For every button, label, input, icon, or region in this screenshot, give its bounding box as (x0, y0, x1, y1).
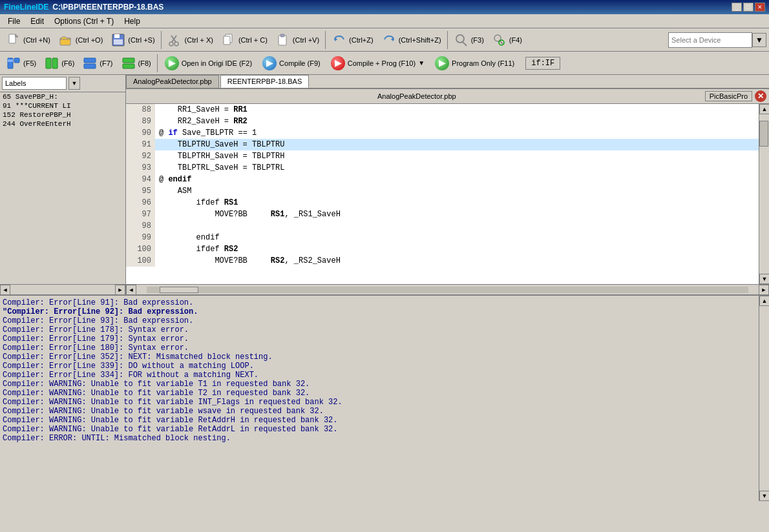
list-item[interactable]: 91 ***CURRENT LI (0, 101, 125, 110)
close-button[interactable]: ✕ (755, 3, 765, 12)
device-dropdown-button[interactable]: ▼ (752, 33, 766, 47)
undo-button[interactable]: (Ctrl+Z) (328, 30, 377, 50)
list-item: Compiler: Error[Line 178]: Syntax error. (3, 325, 756, 334)
new-file-label: (Ctrl +N) (23, 36, 50, 44)
separator-3 (447, 31, 448, 49)
find-icon (454, 32, 469, 48)
open-file-button[interactable]: (Ctrl +O) (55, 30, 106, 50)
new-file-button[interactable]: (Ctrl +N) (3, 30, 54, 50)
scroll-left-button[interactable]: ◄ (0, 285, 10, 295)
hscroll-track[interactable] (10, 285, 115, 294)
vscroll-thumb[interactable] (759, 121, 768, 147)
f6-button[interactable]: (F6) (41, 54, 78, 73)
line-number: 91 (126, 139, 155, 150)
labels-dropdown-arrow-icon: ▼ (72, 80, 78, 87)
open-file-label: (Ctrl +O) (76, 36, 103, 44)
output-scroll-down-button[interactable]: ▼ (759, 491, 769, 501)
open-origi-label: Open in Origi IDE (F2) (182, 59, 252, 67)
list-item[interactable]: 65 SavePBP_H: (0, 92, 125, 101)
editor-hscrollbar[interactable]: ◄ ► (126, 284, 769, 294)
line-number: 88 (126, 104, 155, 116)
line-number: 95 (126, 185, 155, 197)
save-file-icon (111, 32, 126, 48)
cut-button[interactable]: (Ctrl + X) (164, 30, 216, 50)
scroll-up-button[interactable]: ▲ (759, 104, 769, 114)
compile-prog-dropdown-arrow[interactable]: ▼ (418, 59, 425, 66)
find-replace-button[interactable]: (F4) (489, 30, 525, 50)
f5-button[interactable]: (F5) (3, 54, 39, 73)
menu-edit[interactable]: Edit (25, 15, 49, 27)
program-only-button[interactable]: ▶ Program Only (F11) (430, 54, 519, 72)
list-item: Compiler: Error[Line 93]: Bad expression… (3, 316, 756, 325)
output-area: Compiler: Error[Line 91]: Bad expression… (0, 294, 769, 501)
table-row: 89 RR2_SaveH = RR2 (126, 116, 759, 127)
menu-file[interactable]: File (3, 15, 25, 27)
f7-label: (F7) (100, 59, 112, 67)
svg-line-22 (500, 41, 503, 44)
redo-label: (Ctrl+Shift+Z) (399, 36, 441, 44)
hscroll-track[interactable] (147, 287, 748, 293)
editor-close-button[interactable]: ✕ (755, 90, 766, 102)
hscroll-left-button[interactable]: ◄ (126, 285, 136, 295)
minimize-button[interactable]: _ (732, 3, 742, 12)
menu-help[interactable]: Help (119, 15, 145, 27)
if-badge: if:IF (525, 57, 560, 70)
labels-dropdown[interactable]: Labels (2, 77, 67, 90)
svg-rect-27 (46, 58, 51, 68)
copy-button[interactable]: (Ctrl + C) (218, 30, 271, 50)
scroll-down-button[interactable]: ▼ (759, 274, 769, 284)
line-content: MOVE?BB RS2, _RS2_SaveH (155, 255, 759, 267)
editor-vscrollbar[interactable]: ▲ ▼ (759, 104, 769, 284)
output-vscroll-track[interactable] (759, 306, 769, 491)
list-item: Compiler: WARNING: Unable to fit variabl… (3, 416, 756, 425)
line-number: 89 (126, 116, 155, 127)
code-container: 88 RR1_SaveH = RR1 89 RR2_SaveH = RR2 90… (126, 104, 769, 284)
svg-marker-18 (391, 37, 394, 41)
undo-label: (Ctrl+Z) (349, 36, 374, 44)
svg-rect-30 (84, 64, 96, 68)
compile-button[interactable]: ▶ Compile (F9) (258, 54, 325, 72)
list-item[interactable]: 244 OverReEnterH (0, 119, 125, 128)
hscroll-thumb[interactable] (160, 287, 198, 293)
output-scroll-up-button[interactable]: ▲ (759, 296, 769, 306)
svg-rect-14 (224, 36, 230, 45)
line-content: endif (155, 232, 759, 243)
compile-prog-button[interactable]: ▶ Compile + Prog (F10) ▼ (326, 54, 429, 72)
paste-icon (275, 32, 291, 48)
code-editor[interactable]: 88 RR1_SaveH = RR1 89 RR2_SaveH = RR2 90… (126, 104, 759, 284)
redo-button[interactable]: (Ctrl+Shift+Z) (378, 30, 445, 50)
labels-dropdown-button[interactable]: ▼ (68, 77, 80, 90)
cut-icon (167, 32, 183, 48)
labels-list: 65 SavePBP_H: 91 ***CURRENT LI 152 Resto… (0, 92, 125, 284)
f7-button[interactable]: (F7) (79, 54, 116, 73)
vscroll-track[interactable] (759, 114, 769, 274)
device-select-input[interactable] (668, 32, 752, 48)
f5-icon (6, 56, 21, 71)
tab-analog-peak[interactable]: AnalogPeakDetector.pbp (126, 75, 219, 88)
line-content: RR1_SaveH = RR1 (155, 104, 759, 116)
output-vscrollbar[interactable]: ▲ ▼ (759, 296, 769, 501)
titlebar-controls[interactable]: _ □ ✕ (732, 3, 765, 12)
list-item: "Compiler: Error[Line 92]: Bad expressio… (3, 307, 756, 316)
editor-language-badge[interactable]: PicBasicPro (705, 91, 752, 101)
line-content: @ endif (155, 174, 759, 185)
open-origi-button[interactable]: ▶ Open in Origi IDE (F2) (160, 54, 257, 72)
tab-reenter[interactable]: REENTERPBP-18.BAS (220, 75, 310, 88)
paste-button[interactable]: (Ctrl +V) (272, 30, 322, 50)
hscroll-right-button[interactable]: ► (759, 285, 769, 295)
table-row: 90 @ if Save_TBLPTR == 1 (126, 127, 759, 139)
compile-prog-label: Compile + Prog (F10) (348, 59, 416, 67)
labels-dropdown-label: Labels (5, 79, 26, 87)
line-number: 93 (126, 162, 155, 174)
line-content: TBLPTRL_SaveH = TBLPTRL (155, 162, 759, 174)
open-file-icon (58, 32, 74, 48)
f5-label: (F5) (23, 59, 36, 67)
f6-label: (F6) (61, 59, 74, 67)
list-item[interactable]: 152 RestorePBP_H (0, 110, 125, 119)
scroll-right-button[interactable]: ► (115, 285, 125, 295)
save-file-button[interactable]: (Ctrl +S) (107, 30, 158, 50)
f8-button[interactable]: (F8) (118, 54, 154, 73)
find-button[interactable]: (F3) (450, 30, 487, 50)
menu-options[interactable]: Options (Ctrl + T) (49, 15, 119, 27)
maximize-button[interactable]: □ (743, 3, 753, 12)
